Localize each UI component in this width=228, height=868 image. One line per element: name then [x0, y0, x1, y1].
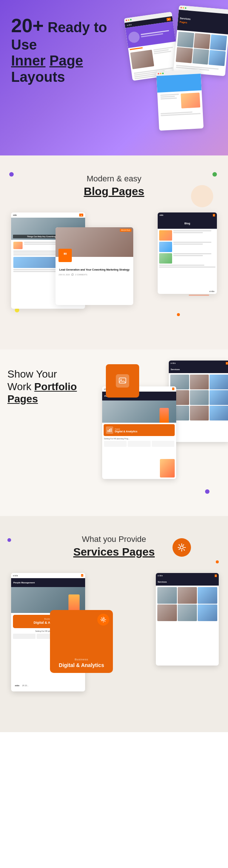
post-date: JUN 03, 2020: [58, 274, 70, 276]
blog-featured-card: PROFITED " Lead Generation and Your Cowo…: [56, 227, 133, 305]
svg-rect-4: [111, 428, 111, 432]
analytics-text: Digital Digital & Analytics: [115, 428, 137, 433]
portfolio-label: Show Your Work Portfolio Pages: [7, 368, 104, 405]
gear-icon: [177, 542, 187, 553]
hero-line2-part1: Inner: [11, 53, 46, 68]
services-right-header: Services: [156, 578, 219, 586]
blog-header-dark: Blog: [158, 218, 217, 229]
svg-point-6: [103, 619, 104, 621]
grid-img: [190, 375, 209, 389]
analytics-mini-card: Digital Digital & Analytics: [104, 424, 175, 436]
dot-yellow: [128, 19, 130, 21]
hero-line2-part2: Page: [49, 53, 83, 68]
post-meta: JUN 03, 2020 💬 2 COMMENTS: [58, 274, 130, 276]
services-mockups: xido ● People Management ⚙ Business Digi…: [7, 569, 221, 710]
grid-img: [177, 31, 194, 48]
blog-section-label: Modern & easy: [7, 174, 221, 184]
portfolio-bold1: Portfolio: [34, 381, 77, 392]
portfolio-hero-img: [102, 401, 176, 423]
biz-title: Digital & Analytics: [54, 662, 108, 668]
thumb: [13, 242, 23, 249]
dot-red: [180, 7, 182, 9]
services-title: Services: [171, 368, 180, 371]
green-dot: [212, 172, 217, 177]
grid-img: [194, 33, 211, 49]
hero-number: 20+: [11, 15, 44, 36]
mockup-card-2: ServicesPages: [173, 5, 228, 76]
services-section: What you Provide Services Pages xido ● P…: [0, 516, 228, 732]
line: [160, 94, 179, 96]
two-col-3: [157, 90, 203, 112]
line: [159, 267, 215, 268]
stat-boxes: [104, 441, 174, 447]
chart-icon: [107, 428, 112, 432]
portfolio-mockups: xido ● People Management: [91, 357, 228, 516]
purple-dot: [9, 172, 14, 177]
dot-red: [158, 73, 159, 74]
stat-box: [128, 441, 150, 447]
list-thumb: [159, 242, 172, 252]
dark-nav: xido ●: [169, 361, 228, 366]
decorative-circle: [191, 185, 213, 207]
profited-badge: PROFITED: [120, 229, 131, 232]
orange-dot-sm: [216, 560, 219, 563]
blog-list-item: [159, 230, 215, 241]
gear-icon-analytics: [100, 616, 107, 623]
svg-point-5: [180, 546, 183, 549]
analytics-gear: [97, 614, 109, 626]
grid-img: [198, 604, 217, 621]
avatar-circle: [128, 31, 140, 43]
mockup-card-3: [156, 69, 204, 131]
services-people-title: People Management: [13, 582, 35, 584]
purple-dot-sm: [7, 538, 11, 542]
biz-label: Business: [54, 658, 108, 661]
list-thumb: [159, 230, 172, 241]
svg-point-1: [121, 379, 122, 381]
analytics-label: Digital & Analytics: [115, 430, 137, 433]
line: [173, 242, 211, 243]
line: [173, 253, 211, 254]
grid-img: [176, 47, 193, 63]
logo-bottom: xido JR 20...: [13, 679, 30, 690]
services-grid: [169, 373, 228, 422]
list-text: [173, 242, 215, 252]
svg-rect-2: [108, 430, 108, 432]
hero-line3: Layouts: [11, 69, 65, 85]
portfolio-main-card: xido ● People Management: [102, 386, 176, 479]
dot-yellow: [182, 7, 184, 9]
line: [159, 265, 204, 266]
grid-img: [157, 604, 177, 621]
line: [173, 230, 211, 231]
nav-white: xido ●: [11, 573, 85, 578]
grid-images-2: [174, 30, 228, 68]
dot-yellow: [160, 73, 161, 74]
img-placeholder: [181, 93, 200, 108]
wave-line: [189, 295, 209, 296]
people-dark-header: People Management: [11, 578, 85, 587]
blog-section-title: Blog Pages: [7, 185, 221, 198]
services-right-card: xido ● Services: [156, 573, 219, 666]
grid-img: [198, 587, 217, 604]
post-comments: 2 COMMENTS: [75, 274, 87, 276]
person-photo: [160, 459, 175, 477]
dark-title: ServicesPages: [180, 17, 191, 24]
blog-list-item: [159, 242, 215, 252]
dot-red: [125, 20, 127, 21]
grid-img: [209, 406, 228, 420]
white-header: xido ●: [11, 212, 85, 218]
services-gear-circle: [172, 538, 191, 557]
blog-list: [158, 229, 217, 270]
grid-img: [209, 50, 226, 66]
dark-header: xido ●: [158, 212, 217, 218]
svc-title-right: Services: [158, 581, 167, 583]
stat-b: [13, 634, 36, 639]
portfolio-services-card: xido ● Services: [169, 361, 228, 442]
grid-img: [178, 587, 197, 604]
post-title: Lead Generation and Your Coworking Marke…: [58, 268, 130, 272]
quote-icon: ": [58, 249, 72, 262]
grid-img: [190, 390, 209, 405]
logo-dark: xido: [160, 214, 163, 216]
list-text: [173, 230, 215, 241]
svg-rect-3: [109, 429, 110, 432]
small-img: [130, 50, 154, 69]
